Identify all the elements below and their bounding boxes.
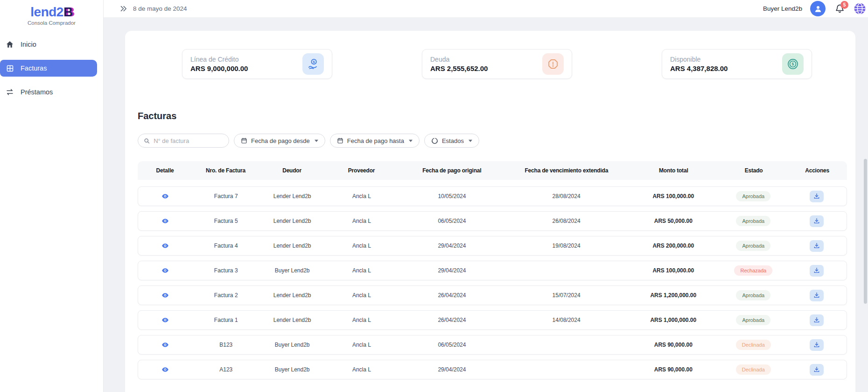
sidebar-nav: Inicio Facturas Préstamos — [0, 36, 103, 100]
debtor-cell: Buyer Lend2b — [259, 342, 325, 348]
sidebar-item-prestamos[interactable]: Préstamos — [0, 84, 103, 100]
status-circle-icon — [431, 137, 438, 144]
status-cell: Aprobada — [720, 290, 787, 300]
table-row: Factura 4 Lender Lend2b Ancla L 29/04/20… — [138, 236, 847, 256]
amount-cell: ARS 90,000.00 — [627, 366, 720, 373]
column-header: Monto total — [627, 167, 720, 174]
invoice-number-cell: Factura 7 — [193, 193, 259, 200]
view-detail-button[interactable] — [161, 340, 170, 349]
download-icon — [813, 242, 820, 249]
view-detail-button[interactable] — [161, 216, 170, 226]
status-badge: Aprobada — [736, 290, 770, 300]
table-row: Factura 2 Lender Lend2b Ancla L 26/04/20… — [138, 285, 847, 305]
view-detail-button[interactable] — [161, 315, 170, 325]
globe-icon — [854, 2, 866, 15]
download-invoice-button[interactable] — [810, 290, 824, 301]
debtor-cell: Lender Lend2b — [259, 242, 325, 249]
eye-icon — [161, 192, 169, 200]
status-cell: Aprobada — [720, 241, 787, 251]
debtor-cell: Buyer Lend2b — [259, 366, 325, 373]
status-badge: Aprobada — [736, 216, 770, 226]
eye-icon — [161, 242, 169, 249]
original-date-cell: 29/04/2024 — [398, 267, 506, 274]
view-detail-button[interactable] — [161, 365, 170, 374]
original-date-cell: 29/04/2024 — [398, 366, 506, 373]
view-detail-button[interactable] — [161, 291, 170, 300]
invoice-search[interactable] — [138, 134, 229, 148]
language-globe-button[interactable] — [854, 2, 866, 15]
amount-cell: ARS 1,000,000.00 — [627, 317, 720, 323]
actions-cell — [787, 265, 847, 277]
table-row: Factura 1 Lender Lend2b Ancla L 26/04/20… — [138, 310, 847, 330]
view-detail-button[interactable] — [161, 192, 170, 201]
hand-coin-icon: $ — [302, 53, 324, 75]
original-date-cell: 06/05/2024 — [398, 342, 506, 348]
provider-cell: Ancla L — [325, 317, 398, 323]
download-icon — [813, 193, 820, 200]
chevron-down-icon — [409, 140, 413, 142]
states-filter[interactable]: Estados — [424, 134, 479, 148]
invoice-number-cell: B123 — [193, 342, 259, 348]
status-cell: Declinada — [720, 364, 787, 375]
download-invoice-button[interactable] — [810, 314, 824, 326]
detail-cell — [138, 315, 193, 325]
brand-logo: lend2B Consola Comprador — [0, 0, 103, 26]
invoice-rows: Factura 7 Lender Lend2b Ancla L 10/05/20… — [138, 186, 847, 379]
download-invoice-button[interactable] — [810, 265, 824, 277]
detail-cell — [138, 192, 193, 201]
download-invoice-button[interactable] — [810, 364, 824, 376]
chevron-down-icon — [315, 140, 318, 142]
card-value: ARS 2,555,652.00 — [430, 64, 488, 72]
date-from-filter[interactable]: Fecha de pago desde — [234, 134, 325, 148]
calendar-icon — [337, 137, 343, 144]
download-invoice-button[interactable] — [810, 215, 824, 227]
status-cell: Aprobada — [720, 315, 787, 325]
table-row: Factura 5 Lender Lend2b Ancla L 06/05/20… — [138, 211, 847, 231]
status-cell: Declinada — [720, 340, 787, 350]
card-value: ARS 4,387,828.00 — [670, 64, 728, 72]
topbar: 8 de mayo de 2024 Buyer Lend2b 5 — [104, 0, 868, 18]
view-detail-button[interactable] — [161, 266, 170, 275]
debtor-cell: Lender Lend2b — [259, 317, 325, 323]
extended-date-cell: 14/08/2024 — [506, 317, 627, 323]
sidebar-item-label: Préstamos — [21, 88, 53, 96]
notifications-button[interactable]: 5 — [833, 3, 846, 15]
invoice-filters: Fecha de pago desde Fecha de pago hasta … — [138, 134, 855, 148]
original-date-cell: 29/04/2024 — [398, 242, 506, 249]
date-from-label: Fecha de pago desde — [251, 137, 310, 144]
debtor-cell: Lender Lend2b — [259, 193, 325, 200]
download-invoice-button[interactable] — [810, 339, 824, 351]
download-invoice-button[interactable] — [810, 240, 824, 252]
debt-card: Deuda ARS 2,555,652.00 — [422, 49, 572, 79]
invoice-search-input[interactable] — [154, 137, 223, 144]
download-invoice-button[interactable] — [810, 191, 824, 202]
original-date-cell: 10/05/2024 — [398, 193, 506, 200]
invoices-table: DetalleNro. de FacturaDeudorProveedorFec… — [138, 161, 847, 379]
user-name: Buyer Lend2b — [763, 5, 802, 12]
user-avatar[interactable] — [810, 1, 826, 16]
alert-octagon-icon — [542, 53, 564, 75]
sidebar-item-facturas[interactable]: Facturas — [0, 60, 97, 77]
card-value: ARS 9,000,000.00 — [190, 64, 248, 72]
detail-cell — [138, 216, 193, 226]
actions-cell — [787, 314, 847, 326]
double-chevron-right-icon — [119, 5, 127, 13]
date-to-filter[interactable]: Fecha de pago hasta — [330, 134, 420, 148]
provider-cell: Ancla L — [325, 242, 398, 249]
amount-cell: ARS 50,000.00 — [627, 218, 720, 224]
vertical-scrollbar[interactable] — [864, 159, 867, 304]
invoice-number-cell: Factura 5 — [193, 218, 259, 224]
sidebar-item-inicio[interactable]: Inicio — [0, 36, 103, 53]
actions-cell — [787, 240, 847, 252]
download-icon — [813, 292, 820, 299]
debtor-cell: Lender Lend2b — [259, 292, 325, 299]
amount-cell: ARS 1,200,000.00 — [627, 292, 720, 299]
extended-date-cell: 28/08/2024 — [506, 193, 627, 200]
date-to-label: Fecha de pago hasta — [347, 137, 404, 144]
sidebar-item-label: Facturas — [21, 64, 47, 72]
amount-cell: ARS 90,000.00 — [627, 342, 720, 348]
sidebar-collapse-toggle[interactable] — [119, 5, 127, 13]
column-header: Estado — [720, 167, 787, 174]
view-detail-button[interactable] — [161, 241, 170, 250]
status-cell: Aprobada — [720, 216, 787, 226]
